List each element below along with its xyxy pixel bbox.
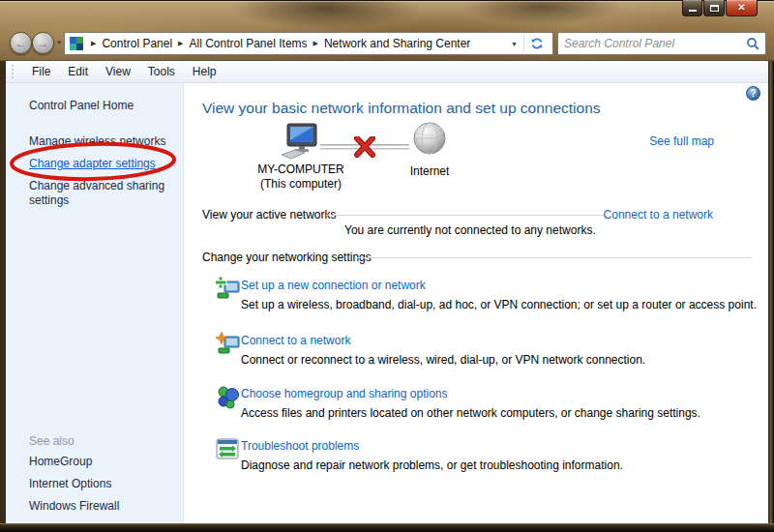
breadcrumb-separator-icon: ▶ <box>91 40 96 47</box>
setup-new-connection-link[interactable]: Set up a new connection or network <box>241 279 426 292</box>
window-frame-bottom <box>0 523 774 532</box>
homegroup-icon[interactable] <box>216 385 241 410</box>
connect-to-network-desc: Connect or reconnect to a wireless, wire… <box>241 353 645 367</box>
connection-status-text: You are currently not connected to any n… <box>344 223 596 237</box>
sidebar-item-change-adapter-settings[interactable]: Change adapter settings <box>29 157 156 170</box>
navigation-bar: ← → ▼ ▶ Control Panel ▶ All Control Pane… <box>6 27 768 61</box>
internet-label: Internet <box>391 164 468 178</box>
internet-globe-icon[interactable] <box>413 122 446 157</box>
maximize-icon <box>710 5 719 12</box>
sidebar-item-control-panel-home[interactable]: Control Panel Home <box>29 99 134 112</box>
back-icon: ← <box>15 37 27 50</box>
disconnected-link-icon <box>320 136 409 158</box>
forward-icon: → <box>38 37 49 50</box>
breadcrumb-network-sharing-center[interactable]: Network and Sharing Center <box>324 37 470 50</box>
history-dropdown-icon[interactable]: ▼ <box>56 40 62 45</box>
minimize-icon <box>689 10 697 12</box>
sidebar-item-manage-wireless-networks[interactable]: Manage wireless networks <box>29 134 165 148</box>
choose-homegroup-desc: Access files and printers located on oth… <box>241 406 700 420</box>
connect-to-network-item-link[interactable]: Connect to a network <box>241 334 350 347</box>
section-divider <box>357 257 752 258</box>
sidebar-item-windows-firewall[interactable]: Windows Firewall <box>29 499 119 513</box>
choose-homegroup-link[interactable]: Choose homegroup and sharing options <box>241 387 447 400</box>
window-frame-right <box>768 61 774 532</box>
control-panel-icon <box>70 37 83 50</box>
forward-button[interactable]: → <box>32 32 54 54</box>
client-area: Control Panel Home Manage wireless netwo… <box>6 83 768 523</box>
maximize-button[interactable] <box>703 0 725 16</box>
search-box <box>557 32 766 55</box>
search-input[interactable] <box>564 37 746 50</box>
search-icon[interactable] <box>746 37 759 50</box>
address-bar[interactable]: ▶ Control Panel ▶ All Control Panel Item… <box>64 32 553 55</box>
see-full-map-link[interactable]: See full map <box>649 134 714 148</box>
menu-view[interactable]: View <box>97 62 139 81</box>
computer-label: MY-COMPUTER (This computer) <box>248 163 354 192</box>
networking-settings-heading: Change your networking settings <box>202 251 372 264</box>
page-title: View your basic network information and … <box>202 100 601 117</box>
menu-bar: File Edit View Tools Help <box>6 61 768 83</box>
menu-edit[interactable]: Edit <box>59 62 97 81</box>
breadcrumb-all-items[interactable]: All Control Panel Items <box>190 37 308 50</box>
troubleshoot-icon[interactable] <box>216 437 241 462</box>
address-dropdown-icon[interactable]: ▼ <box>505 41 523 47</box>
refresh-button[interactable] <box>524 37 550 50</box>
troubleshoot-problems-link[interactable]: Troubleshoot problems <box>241 439 359 453</box>
close-icon: ✕ <box>737 3 745 13</box>
back-button[interactable]: ← <box>10 32 32 54</box>
sidebar-item-homegroup[interactable]: HomeGroup <box>29 455 92 468</box>
minimize-button[interactable] <box>682 0 702 16</box>
troubleshoot-problems-desc: Diagnose and repair network problems, or… <box>241 458 623 472</box>
network-sharing-center-window: ✕ ← → ▼ ▶ Control Panel ▶ All Control Pa… <box>0 0 774 532</box>
sidebar: Control Panel Home Manage wireless netwo… <box>6 83 184 523</box>
menu-help[interactable]: Help <box>184 62 225 81</box>
main-content: ? View your basic network information an… <box>185 83 768 523</box>
connect-network-icon[interactable] <box>216 332 241 357</box>
new-connection-icon[interactable] <box>216 277 241 302</box>
menu-file[interactable]: File <box>23 62 59 81</box>
sidebar-item-change-advanced-sharing-settings[interactable]: Change advanced sharing settings <box>29 179 174 208</box>
menu-tools[interactable]: Tools <box>139 62 184 81</box>
see-also-heading: See also <box>29 434 74 448</box>
breadcrumb-separator-icon: ▶ <box>313 40 318 47</box>
section-divider <box>326 215 605 216</box>
breadcrumb-control-panel[interactable]: Control Panel <box>102 37 172 50</box>
close-button[interactable]: ✕ <box>726 0 758 16</box>
computer-icon[interactable] <box>280 122 322 161</box>
setup-new-connection-desc: Set up a wireless, broadband, dial-up, a… <box>241 298 757 311</box>
refresh-icon <box>530 37 544 50</box>
breadcrumb-separator-icon: ▶ <box>178 40 183 47</box>
window-controls: ✕ <box>682 0 758 16</box>
sidebar-item-internet-options[interactable]: Internet Options <box>29 477 111 490</box>
help-icon[interactable]: ? <box>746 86 760 101</box>
toolbar-grip <box>12 65 15 78</box>
connect-to-network-link[interactable]: Connect to a network <box>604 208 713 222</box>
active-networks-heading: View your active networks <box>202 208 337 222</box>
